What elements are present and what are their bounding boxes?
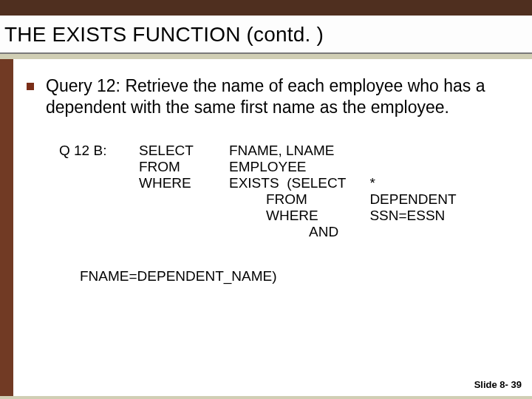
slide-number: Slide 8- 39 [474, 379, 522, 390]
slide-title: THE EXISTS FUNCTION (contd. ) [4, 23, 532, 47]
bullet-icon [27, 83, 34, 90]
query-closing: FNAME=DEPENDENT_NAME) [80, 268, 513, 284]
line-exists: EXISTS (SELECT [229, 175, 346, 191]
line-and: AND [229, 224, 346, 240]
query-col-keywords: SELECT FROM WHERE [139, 143, 205, 240]
bullet-row: Query 12: Retrieve the name of each empl… [27, 75, 513, 119]
left-accent-strip [0, 59, 13, 396]
line-sub-where: WHERE [229, 208, 346, 224]
top-bar [0, 0, 532, 16]
line-star: * [369, 175, 456, 191]
body-text: Query 12: Retrieve the name of each empl… [46, 75, 513, 119]
query-col-body: FNAME, LNAME EMPLOYEE EXISTS (SELECT FRO… [229, 143, 346, 240]
query-columns: SELECT FROM WHERE FNAME, LNAME EMPLOYEE … [139, 143, 457, 240]
query-label: Q 12 B: [59, 143, 112, 240]
line-employee: EMPLOYEE [229, 159, 346, 175]
line-dependent: DEPENDENT [369, 191, 456, 208]
line-sub-from: FROM [229, 191, 346, 208]
query-block: Q 12 B: SELECT FROM WHERE FNAME, LNAME E… [59, 143, 513, 240]
kw-from: FROM [139, 159, 205, 175]
separator [0, 54, 532, 59]
spacer2 [369, 159, 456, 175]
line-ssn: SSN=ESSN [369, 208, 456, 224]
query-col-right: * DEPENDENT SSN=ESSN [369, 143, 456, 240]
kw-select: SELECT [139, 143, 205, 159]
line-fname: FNAME, LNAME [229, 143, 346, 159]
content-wrap: Query 12: Retrieve the name of each empl… [0, 59, 532, 396]
spacer1 [369, 143, 456, 159]
title-band: THE EXISTS FUNCTION (contd. ) [0, 16, 532, 54]
kw-where: WHERE [139, 175, 205, 191]
content-area: Query 12: Retrieve the name of each empl… [13, 59, 532, 396]
